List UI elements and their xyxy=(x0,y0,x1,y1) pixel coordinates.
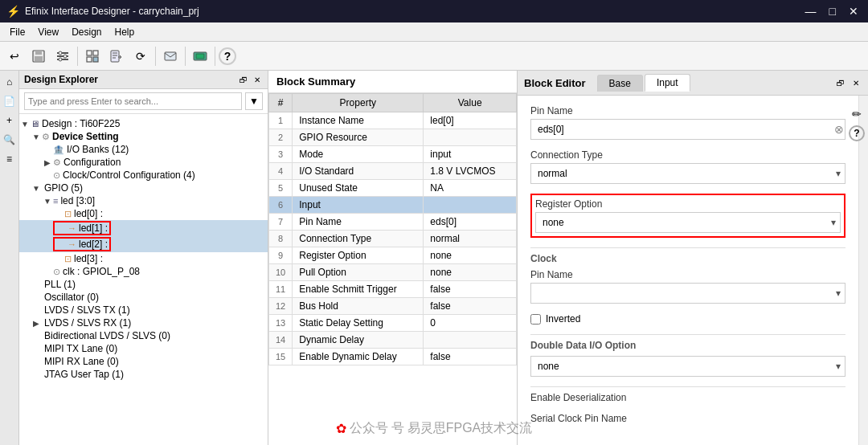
tab-input[interactable]: Input xyxy=(645,74,690,92)
clock-pin-name-label: Pin Name xyxy=(530,269,845,280)
svg-rect-1 xyxy=(35,51,42,55)
col-value: Value xyxy=(424,94,517,112)
tree-node[interactable]: ▶ LVDS / SLVS RX (1) xyxy=(19,316,268,329)
filter-button[interactable]: ▼ xyxy=(245,92,263,110)
toolbar-separator-4 xyxy=(215,47,215,66)
col-property: Property xyxy=(293,94,424,112)
left-icon-add[interactable]: + xyxy=(2,112,18,129)
clock-pin-name-select-wrap xyxy=(530,283,845,304)
svg-rect-13 xyxy=(111,51,119,62)
right-icon-edit[interactable]: ✏ xyxy=(849,106,865,122)
toolbar-fpga-button[interactable] xyxy=(189,45,211,67)
block-summary-table: # Property Value 1 Instance Name led[0] … xyxy=(268,93,517,365)
toolbar-save-button[interactable] xyxy=(27,45,50,67)
block-editor-header: Block Editor Base Input 🗗 ✕ xyxy=(518,71,868,96)
table-row[interactable]: 10 Pull Option none xyxy=(269,264,517,281)
table-row[interactable]: 6 Input xyxy=(269,197,517,214)
svg-rect-11 xyxy=(87,57,92,62)
search-input[interactable] xyxy=(24,92,242,110)
clock-section-title: Clock xyxy=(530,247,845,264)
left-icon-home[interactable]: ⌂ xyxy=(2,74,18,90)
maximize-button[interactable]: □ xyxy=(826,5,839,18)
app-icon: ⚡ xyxy=(6,5,20,18)
tree-node[interactable]: ▼ GPIO (5) xyxy=(19,182,268,194)
toolbar-help-button[interactable]: ? xyxy=(219,47,236,65)
toolbar-grid-button[interactable] xyxy=(81,45,104,67)
tab-base[interactable]: Base xyxy=(597,75,643,92)
left-icon-list[interactable]: ≡ xyxy=(2,151,18,167)
connection-type-select[interactable]: normal registered ddr xyxy=(530,163,845,184)
tree-node[interactable]: ⊡led[0] : xyxy=(19,207,268,220)
table-row[interactable]: 14 Dynamic Delay xyxy=(269,332,517,349)
table-row[interactable]: 1 Instance Name led[0] xyxy=(269,112,517,129)
register-option-select[interactable]: none registered xyxy=(535,212,841,233)
svg-point-8 xyxy=(59,58,62,61)
left-icon-search[interactable]: 🔍 xyxy=(2,132,18,148)
tree-node[interactable]: Bidirectional LVDS / SLVS (0) xyxy=(19,329,268,342)
table-row[interactable]: 8 Connection Type normal xyxy=(269,231,517,247)
table-row[interactable]: 12 Bus Hold false xyxy=(269,298,517,315)
register-option-select-wrap: none registered xyxy=(535,212,841,233)
svg-rect-9 xyxy=(87,51,92,55)
table-row[interactable]: 11 Enable Schmitt Trigger false xyxy=(269,281,517,298)
menu-view[interactable]: View xyxy=(31,25,65,39)
tree-node[interactable]: ⊙Clock/Control Configuration (4) xyxy=(19,169,268,182)
close-button[interactable]: ✕ xyxy=(845,5,862,18)
table-row[interactable]: 7 Pin Name eds[0] xyxy=(269,214,517,231)
menu-file[interactable]: File xyxy=(3,25,31,39)
toolbar-settings-button[interactable] xyxy=(51,45,74,67)
editor-close-button[interactable]: ✕ xyxy=(850,78,862,88)
minimize-button[interactable]: — xyxy=(802,5,820,18)
panel-close-button[interactable]: ✕ xyxy=(252,75,263,85)
menu-help[interactable]: Help xyxy=(108,25,141,39)
right-icon-help[interactable]: ? xyxy=(849,125,865,141)
main-layout: ⌂ 📄 + 🔍 ≡ Design Explorer 🗗 ✕ ▼ ▼🖥Design… xyxy=(0,71,868,445)
table-row[interactable]: 4 I/O Standard 1.8 V LVCMOS xyxy=(269,163,517,180)
tree-node[interactable]: ▼🖥Design : Ti60F225 xyxy=(19,117,268,130)
editor-restore-button[interactable]: 🗗 xyxy=(834,78,847,88)
pin-name-clear-button[interactable]: ⊗ xyxy=(834,123,844,136)
title-bar: ⚡ Efinix Interface Designer - carrychain… xyxy=(0,0,868,22)
connection-type-select-wrap: normal registered ddr xyxy=(530,163,845,184)
double-data-io-select[interactable]: none xyxy=(530,356,845,377)
table-row[interactable]: 2 GPIO Resource xyxy=(269,129,517,146)
pin-name-input[interactable] xyxy=(530,119,845,140)
clock-pin-name-select[interactable] xyxy=(530,283,845,304)
tree-node[interactable]: LVDS / SLVS TX (1) xyxy=(19,304,268,316)
tree-node[interactable]: PLL (1) xyxy=(19,278,268,291)
tree-node[interactable]: MIPI TX Lane (0) xyxy=(19,342,268,355)
menu-design[interactable]: Design xyxy=(65,25,108,39)
svg-rect-2 xyxy=(35,56,43,61)
table-row[interactable]: 9 Register Option none xyxy=(269,247,517,264)
table-row[interactable]: 15 Enable Dynamic Delay false xyxy=(269,349,517,365)
left-icon-file[interactable]: 📄 xyxy=(2,93,18,109)
tree-node[interactable]: ⊡led[3] : xyxy=(19,252,268,265)
tree-node[interactable]: JTAG User Tap (1) xyxy=(19,368,268,381)
table-row[interactable]: 5 Unused State NA xyxy=(269,180,517,197)
panel-restore-button[interactable]: 🗗 xyxy=(237,75,250,85)
block-summary-header: Block Summary xyxy=(268,71,517,93)
tree-node[interactable]: ⊙clk : GPIOL_P_08 xyxy=(19,265,268,278)
tree-node[interactable]: ▼≡led [3:0] xyxy=(19,194,268,207)
tree-node[interactable]: 🏦I/O Banks (12) xyxy=(19,143,268,156)
toolbar-back-button[interactable]: ↩ xyxy=(3,45,26,67)
tree-node[interactable]: Oscillator (0) xyxy=(19,291,268,304)
tree-node[interactable]: MIPI RX Lane (0) xyxy=(19,355,268,368)
title-bar-text: Efinix Interface Designer - carrychain_p… xyxy=(25,6,199,17)
toolbar-export-button[interactable] xyxy=(105,45,128,67)
toolbar-refresh-button[interactable]: ⟳ xyxy=(129,45,152,67)
tree-node[interactable]: ▶⚙Configuration xyxy=(19,156,268,169)
tree-node[interactable]: ▼⚙Device Setting xyxy=(19,130,268,143)
inverted-checkbox[interactable] xyxy=(530,314,541,325)
menu-bar: File View Design Help xyxy=(0,22,868,42)
tree-node[interactable]: →led[2] : xyxy=(19,236,268,252)
design-explorer-header: Design Explorer 🗗 ✕ xyxy=(19,71,268,89)
toolbar-message-button[interactable] xyxy=(159,45,182,67)
block-editor-panel: Block Editor Base Input 🗗 ✕ Pin Name ⊗ xyxy=(518,71,868,445)
tree-node[interactable]: →led[1] : xyxy=(19,220,268,236)
table-row[interactable]: 13 Static Delay Setting 0 xyxy=(269,315,517,332)
block-editor-title: Block Editor xyxy=(524,77,586,89)
editor-scrollbar[interactable] xyxy=(858,96,868,445)
table-row[interactable]: 3 Mode input xyxy=(269,146,517,163)
serial-clock-pin-name-label: Serial Clock Pin Name xyxy=(530,413,845,424)
